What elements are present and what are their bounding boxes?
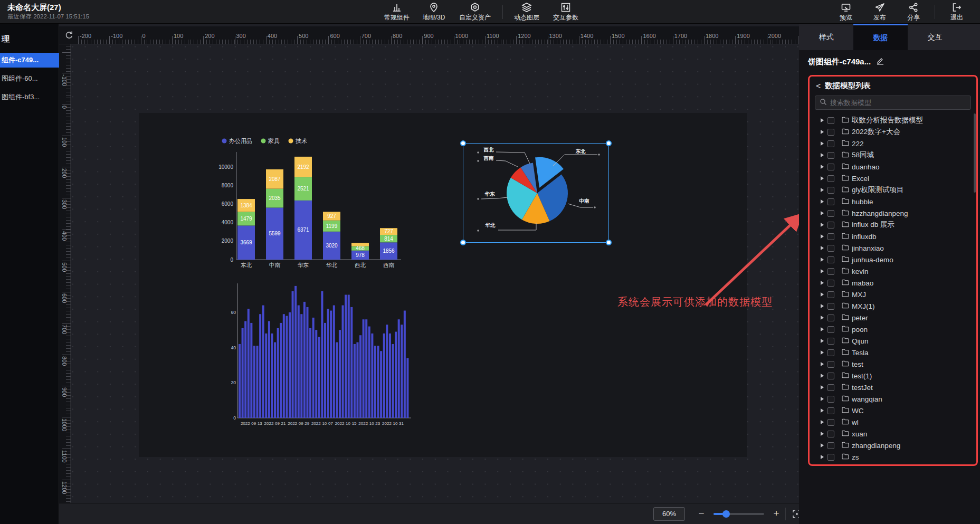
model-item[interactable]: peter <box>810 312 976 323</box>
model-checkbox[interactable] <box>827 268 834 275</box>
tab-interaction[interactable]: 交互 <box>908 24 962 50</box>
refresh-canvas-icon[interactable] <box>64 30 74 41</box>
model-checkbox[interactable] <box>827 152 834 159</box>
toolbar-custom-assets[interactable]: 自定义资产 <box>452 0 498 24</box>
model-item[interactable]: jinhanxiao <box>810 242 976 254</box>
model-item[interactable]: hubble <box>810 196 976 207</box>
expand-caret-icon[interactable] <box>821 281 824 285</box>
expand-caret-icon[interactable] <box>821 397 824 401</box>
model-checkbox[interactable] <box>827 198 834 205</box>
model-search-box[interactable] <box>815 96 971 110</box>
toolbar-regular-components[interactable]: 常规组件 <box>378 0 416 24</box>
selection-handle-top-right[interactable] <box>606 140 612 146</box>
model-checkbox[interactable] <box>827 338 834 345</box>
model-checkbox[interactable] <box>827 442 834 449</box>
selection-handle-top-left[interactable] <box>460 140 466 146</box>
expand-caret-icon[interactable] <box>821 432 824 436</box>
layer-item[interactable]: 图组件-60... <box>0 71 59 86</box>
model-item[interactable]: junhua-demo <box>810 254 976 265</box>
model-item[interactable]: zs <box>810 451 976 463</box>
tab-style[interactable]: 样式 <box>799 24 853 50</box>
model-item[interactable]: 222 <box>810 138 976 149</box>
expand-caret-icon[interactable] <box>821 316 824 320</box>
selection-handle-bottom-right[interactable] <box>606 240 612 245</box>
expand-caret-icon[interactable] <box>821 153 824 157</box>
edit-pencil-icon[interactable] <box>876 56 884 67</box>
model-item[interactable]: wl <box>810 416 976 428</box>
model-item[interactable]: poon <box>810 323 976 335</box>
model-item[interactable]: duanhao <box>810 161 976 173</box>
exit-button[interactable]: 退出 <box>939 0 974 24</box>
expand-caret-icon[interactable] <box>821 350 824 355</box>
model-item[interactable]: _0911 <box>810 463 976 466</box>
expand-caret-icon[interactable] <box>821 292 824 297</box>
model-item[interactable]: test <box>810 358 976 370</box>
model-item[interactable]: hzzhangdianpeng <box>810 207 976 219</box>
model-item[interactable]: 2022数字+大会 <box>810 126 976 138</box>
model-item[interactable]: testJet <box>810 382 976 393</box>
tab-data[interactable]: 数据 <box>853 24 908 50</box>
expand-caret-icon[interactable] <box>821 188 824 192</box>
model-checkbox[interactable] <box>827 291 834 298</box>
expand-caret-icon[interactable] <box>821 118 824 122</box>
expand-caret-icon[interactable] <box>821 246 824 250</box>
model-checkbox[interactable] <box>827 140 834 147</box>
model-item[interactable]: MXJ(1) <box>810 300 976 312</box>
model-checkbox[interactable] <box>827 326 834 333</box>
model-checkbox[interactable] <box>827 303 834 310</box>
expand-caret-icon[interactable] <box>821 234 824 239</box>
zoom-slider-thumb[interactable] <box>722 510 730 518</box>
model-checkbox[interactable] <box>827 175 834 182</box>
expand-caret-icon[interactable] <box>821 211 824 215</box>
model-checkbox[interactable] <box>827 431 834 437</box>
model-checkbox[interactable] <box>827 164 834 170</box>
model-item[interactable]: xuan <box>810 428 976 440</box>
share-button[interactable]: 分享 <box>897 0 930 24</box>
model-item[interactable]: mabao <box>810 277 976 289</box>
model-item[interactable]: influxdb <box>810 231 976 242</box>
expand-caret-icon[interactable] <box>821 269 824 273</box>
model-item[interactable]: Qijun <box>810 335 976 347</box>
expand-caret-icon[interactable] <box>821 443 824 447</box>
design-canvas[interactable]: -200-10001002003004005006007008009001000… <box>59 24 799 503</box>
zoom-slider[interactable] <box>713 513 764 515</box>
expand-caret-icon[interactable] <box>821 141 824 146</box>
toolbar-dynamic-layers[interactable]: 动态图层 <box>507 0 546 24</box>
stacked-bar-chart-widget[interactable]: 办公用品家具技术02000400060008000100003669147913… <box>215 132 408 272</box>
expand-caret-icon[interactable] <box>821 385 824 389</box>
model-item[interactable]: 58同城 <box>810 149 976 161</box>
model-checkbox[interactable] <box>827 280 834 287</box>
model-checkbox[interactable] <box>827 117 834 124</box>
model-checkbox[interactable] <box>827 407 834 414</box>
model-checkbox[interactable] <box>827 222 834 228</box>
expand-caret-icon[interactable] <box>821 176 824 180</box>
expand-caret-icon[interactable] <box>821 258 824 262</box>
model-item[interactable]: MXJ <box>810 289 976 300</box>
model-checkbox[interactable] <box>827 373 834 379</box>
model-checkbox[interactable] <box>827 396 834 403</box>
model-checkbox[interactable] <box>827 233 834 240</box>
model-checkbox[interactable] <box>827 384 834 391</box>
model-checkbox[interactable] <box>827 245 834 252</box>
expand-caret-icon[interactable] <box>821 130 824 134</box>
publish-button[interactable]: 发布 <box>863 0 897 24</box>
model-item[interactable]: zhangdianpeng <box>810 440 976 451</box>
model-checkbox[interactable] <box>827 315 834 321</box>
model-checkbox[interactable] <box>827 419 834 426</box>
zoom-in-button[interactable]: + <box>769 506 783 521</box>
zoom-level-display[interactable]: 60% <box>653 507 685 521</box>
model-item[interactable]: Tesla <box>810 347 976 358</box>
preview-button[interactable]: 预览 <box>829 0 863 24</box>
expand-caret-icon[interactable] <box>821 199 824 204</box>
model-search-input[interactable] <box>830 99 957 107</box>
back-chevron-icon[interactable]: < <box>816 81 821 91</box>
model-checkbox[interactable] <box>827 454 834 461</box>
layer-item[interactable]: 组件-c749... <box>0 53 59 68</box>
expand-caret-icon[interactable] <box>821 339 824 343</box>
model-checkbox[interactable] <box>827 129 834 136</box>
model-checkbox[interactable] <box>827 465 834 466</box>
model-item[interactable]: 取数分析报告数据模型 <box>810 115 976 126</box>
expand-caret-icon[interactable] <box>821 304 824 308</box>
model-item[interactable]: influx db 展示 <box>810 219 976 231</box>
model-item[interactable]: wangqian <box>810 393 976 405</box>
